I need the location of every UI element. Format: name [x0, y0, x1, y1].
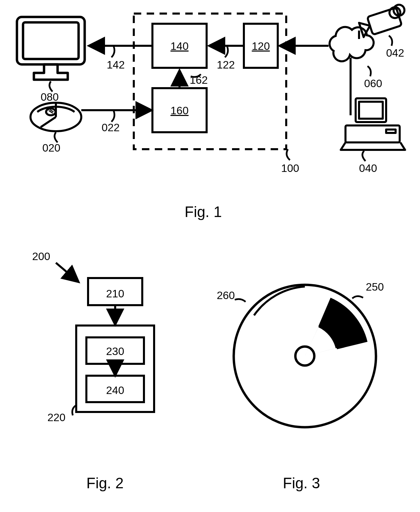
label-042: 042 — [386, 47, 404, 58]
leader-260 — [235, 299, 246, 302]
leader-142 — [111, 46, 114, 57]
label-220: 220 — [47, 412, 65, 423]
label-230: 230 — [105, 346, 125, 357]
fig2-caption: Fig. 2 — [86, 475, 124, 492]
leader-022 — [111, 110, 114, 122]
label-022: 022 — [102, 122, 120, 133]
svg-rect-1 — [23, 22, 79, 59]
svg-rect-5 — [367, 7, 402, 35]
block-120-text: 120 — [251, 41, 271, 52]
camera-icon — [359, 5, 404, 39]
block-160-text: 160 — [169, 105, 190, 116]
monitor-icon — [17, 17, 85, 80]
label-020: 020 — [42, 142, 60, 153]
leader-020 — [55, 132, 58, 142]
system-box — [134, 14, 286, 149]
disc-hole — [295, 347, 314, 366]
svg-rect-0 — [17, 17, 85, 64]
mouse-icon — [30, 103, 81, 131]
leader-250 — [352, 296, 363, 298]
leader-080 — [49, 81, 52, 92]
arrow-200 — [56, 263, 78, 281]
svg-rect-10 — [359, 102, 383, 119]
fig3-caption: Fig. 3 — [283, 475, 320, 492]
label-210: 210 — [105, 288, 125, 299]
label-122: 122 — [217, 59, 235, 70]
label-250: 250 — [366, 281, 384, 292]
label-080: 080 — [41, 92, 59, 102]
fig1-caption: Fig. 1 — [185, 203, 222, 220]
patent-figures-page: 140 120 160 — [0, 0, 420, 512]
leader-100 — [287, 149, 290, 160]
leader-040 — [362, 151, 365, 161]
label-142: 142 — [107, 59, 125, 70]
label-240: 240 — [105, 385, 125, 396]
leader-042 — [389, 36, 392, 46]
fig1-svg: 140 120 160 — [0, 0, 420, 190]
block-140-text: 140 — [169, 41, 190, 52]
label-162: 162 — [190, 75, 208, 85]
disc-outer — [234, 285, 376, 427]
svg-rect-12 — [386, 130, 396, 133]
label-060: 060 — [364, 78, 382, 89]
leader-060 — [368, 66, 371, 76]
label-200: 200 — [32, 251, 50, 262]
label-260: 260 — [217, 290, 235, 301]
label-040: 040 — [359, 163, 377, 174]
leader-122 — [225, 46, 228, 57]
label-100: 100 — [281, 163, 299, 174]
disc-segment-250-clean — [318, 298, 368, 349]
